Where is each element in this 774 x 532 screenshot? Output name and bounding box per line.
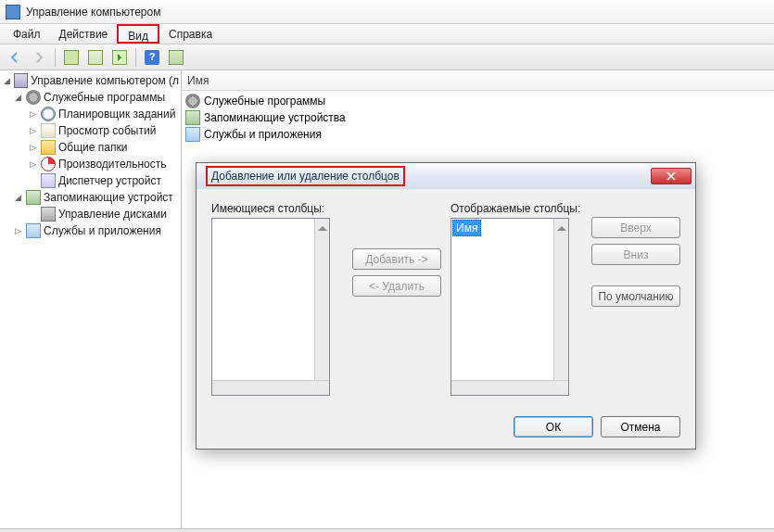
disk-icon	[41, 207, 56, 222]
move-buttons: Добавить -> <- Удалить	[352, 248, 441, 297]
tree-task-scheduler[interactable]: ▷ Планировщик заданий	[0, 106, 181, 122]
order-buttons: Вверх Вниз По умолчанию	[591, 217, 680, 307]
navigation-tree[interactable]: ◢ Управление компьютером (л ◢ Служебные …	[0, 70, 182, 528]
list-item-label: Служебные программы	[204, 95, 325, 108]
toolbar: ?	[0, 44, 774, 70]
tree-label: Планировщик заданий	[58, 108, 175, 120]
collapse-icon[interactable]: ◢	[13, 93, 23, 103]
cancel-button[interactable]: Отмена	[601, 416, 680, 437]
tree-label: Службы и приложения	[44, 224, 161, 237]
scrollbar-vertical[interactable]	[553, 219, 568, 395]
available-columns-label: Имеющиеся столбцы:	[211, 202, 343, 215]
tree-storage[interactable]: ◢ Запоминающие устройст	[0, 189, 181, 206]
displayed-column-item[interactable]: Имя	[452, 220, 481, 236]
show-hide-tree-button[interactable]	[60, 47, 82, 68]
tree-label: Запоминающие устройст	[44, 191, 173, 204]
toolbar-separator	[135, 48, 136, 67]
scrollbar-vertical[interactable]	[314, 219, 329, 395]
collapse-icon[interactable]: ◢	[2, 76, 11, 86]
displayed-columns-listbox[interactable]: Имя	[450, 218, 569, 396]
menu-view[interactable]: Вид	[117, 24, 159, 44]
list-item[interactable]: Служебные программы	[185, 93, 770, 109]
dialog-footer: ОК Отмена	[514, 416, 680, 437]
tree-label: Служебные программы	[44, 91, 165, 104]
tree-label: Диспетчер устройст	[58, 174, 161, 187]
services-icon	[185, 127, 200, 142]
export-list-button[interactable]	[108, 47, 131, 68]
clock-icon	[41, 107, 56, 121]
tree-shared-folders[interactable]: ▷ Общие папки	[0, 139, 181, 156]
tree-label: Просмотр событий	[58, 124, 156, 137]
move-up-button[interactable]: Вверх	[591, 217, 680, 238]
storage-icon	[26, 190, 41, 205]
tree-root-label: Управление компьютером (л	[31, 74, 179, 87]
expand-icon[interactable]: ▷	[28, 109, 38, 120]
menu-help[interactable]: Справка	[159, 24, 222, 44]
tree-label: Производительность	[58, 158, 166, 171]
menu-file[interactable]: Файл	[4, 24, 50, 44]
storage-icon	[185, 110, 200, 125]
nav-back-button[interactable]	[4, 47, 26, 68]
collapse-icon[interactable]: ◢	[13, 193, 23, 203]
tree-services-apps[interactable]: ▷ Службы и приложения	[0, 222, 181, 239]
computer-management-icon	[6, 5, 20, 19]
menu-action[interactable]: Действие	[50, 24, 118, 44]
add-column-button[interactable]: Добавить ->	[352, 248, 441, 270]
dialog-title: Добавление или удаление столбцов	[206, 166, 405, 186]
dialog-titlebar[interactable]: Добавление или удаление столбцов	[197, 163, 695, 189]
nav-forward-button[interactable]	[28, 47, 50, 68]
menubar: Файл Действие Вид Справка	[0, 24, 774, 44]
view-options-button[interactable]	[165, 47, 187, 68]
tree-label: Общие папки	[58, 141, 127, 154]
reset-defaults-button[interactable]: По умолчанию	[591, 285, 680, 307]
toolbar-separator	[55, 48, 56, 67]
dialog-body: Имеющиеся столбцы: Добавить -> <- Удалит…	[197, 189, 695, 405]
tree-label: Управление дисками	[58, 208, 167, 221]
expand-icon[interactable]: ▷	[28, 159, 38, 170]
ok-button[interactable]: ОК	[514, 416, 593, 437]
event-icon	[41, 123, 56, 138]
expand-icon[interactable]: ▷	[28, 126, 38, 136]
titlebar: Управление компьютером	[0, 0, 774, 24]
add-remove-columns-dialog: Добавление или удаление столбцов Имеющие…	[196, 162, 696, 450]
tree-device-manager[interactable]: ▷ Диспетчер устройст	[0, 172, 181, 189]
scrollbar-horizontal[interactable]	[212, 380, 329, 395]
spacer	[591, 271, 680, 280]
list-item[interactable]: Службы и приложения	[185, 126, 770, 143]
tree-disk-management[interactable]: ▷ Управление дисками	[0, 206, 181, 222]
tree-system-tools[interactable]: ◢ Служебные программы	[0, 89, 181, 106]
tools-icon	[26, 90, 41, 105]
close-button[interactable]	[651, 168, 692, 184]
properties-button[interactable]	[84, 47, 107, 68]
available-columns-block: Имеющиеся столбцы:	[211, 202, 343, 396]
tree-performance[interactable]: ▷ Производительность	[0, 156, 181, 172]
shared-folder-icon	[41, 140, 56, 155]
expand-icon[interactable]: ▷	[13, 226, 23, 236]
performance-icon	[41, 157, 56, 171]
statusbar-border	[0, 528, 774, 532]
available-columns-listbox[interactable]	[211, 218, 330, 396]
list-item[interactable]: Запоминающие устройства	[185, 109, 770, 126]
computer-icon	[14, 73, 28, 88]
device-icon	[41, 173, 56, 188]
expand-icon[interactable]: ▷	[28, 143, 38, 153]
window-title: Управление компьютером	[26, 6, 160, 19]
list-item-label: Службы и приложения	[204, 128, 322, 141]
help-button[interactable]: ?	[141, 47, 163, 68]
remove-column-button[interactable]: <- Удалить	[352, 275, 441, 297]
displayed-columns-label: Отображаемые столбцы:	[450, 202, 582, 215]
move-down-button[interactable]: Вниз	[591, 244, 680, 265]
tools-icon	[185, 94, 200, 108]
scrollbar-horizontal[interactable]	[451, 380, 568, 395]
list-item-label: Запоминающие устройства	[204, 111, 346, 124]
tree-root[interactable]: ◢ Управление компьютером (л	[0, 72, 181, 89]
column-header-name[interactable]: Имя	[182, 70, 774, 91]
services-icon	[26, 223, 41, 238]
results-list[interactable]: Служебные программы Запоминающие устройс…	[182, 91, 774, 145]
tree-event-viewer[interactable]: ▷ Просмотр событий	[0, 122, 181, 139]
displayed-columns-block: Отображаемые столбцы: Имя	[450, 202, 582, 396]
